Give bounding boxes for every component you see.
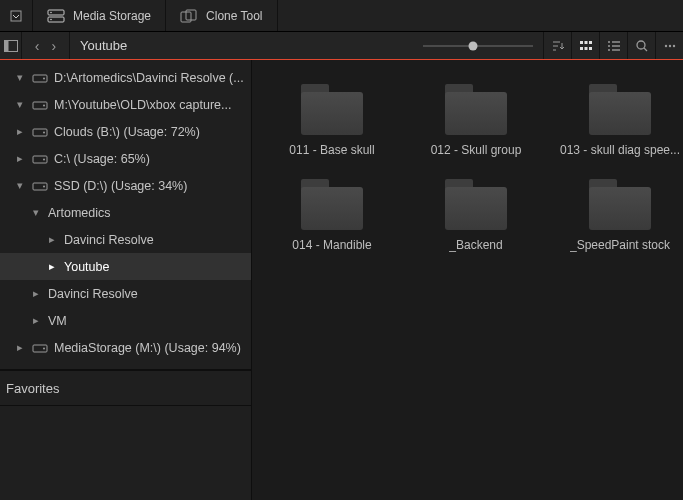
chevron-right-icon[interactable] [14,125,26,138]
folder-icon [585,82,655,137]
tree-row[interactable]: M:\Youtube\OLD\xbox capture... [0,91,251,118]
breadcrumb-label: Youtube [80,38,127,53]
tree-row[interactable]: Clouds (B:\) (Usage: 72%) [0,118,251,145]
chevron-right-icon[interactable] [30,287,42,300]
right-tools [413,32,683,59]
svg-point-23 [664,44,666,46]
svg-line-22 [644,48,647,51]
thumbnail-size-slider[interactable] [413,45,543,47]
svg-rect-18 [612,45,620,46]
view-thumbnails-button[interactable] [571,32,599,59]
pathbar: ‹ › Youtube [0,32,683,60]
svg-rect-10 [584,41,587,44]
tree-row-label: Davinci Resolve [64,233,154,247]
content-area: 011 - Base skull012 - Skull group013 - s… [252,60,683,500]
svg-rect-16 [612,41,620,42]
folder-item[interactable]: _Backend [406,177,546,252]
sidebar: D:\Artomedics\Davinci Resolve (...M:\You… [0,60,252,500]
tree-row-label: MediaStorage (M:\) (Usage: 94%) [54,341,241,355]
chevron-right-icon[interactable] [14,341,26,354]
tree-row-label: D:\Artomedics\Davinci Resolve (... [54,71,244,85]
folder-grid: 011 - Base skull012 - Skull group013 - s… [262,82,673,252]
chevron-down-icon[interactable] [30,206,42,219]
folder-item[interactable]: 012 - Skull group [406,82,546,157]
svg-rect-13 [584,47,587,50]
svg-rect-9 [580,41,583,44]
folder-icon [297,82,367,137]
svg-rect-0 [11,11,21,21]
media-storage-label: Media Storage [73,9,151,23]
main: D:\Artomedics\Davinci Resolve (...M:\You… [0,60,683,500]
folder-item[interactable]: 013 - skull diag spee... [550,82,683,157]
view-list-button[interactable] [599,32,627,59]
folder-label: 011 - Base skull [289,143,374,157]
clone-tool-icon [180,9,198,23]
svg-point-31 [43,131,45,133]
svg-point-37 [43,347,45,349]
folder-icon [297,177,367,232]
drive-icon [32,180,48,192]
folder-icon [585,177,655,232]
svg-point-4 [50,18,52,20]
svg-rect-11 [589,41,592,44]
drive-icon [32,153,48,165]
chevron-right-icon[interactable] [30,314,42,327]
tree-row[interactable]: Davinci Resolve [0,226,251,253]
svg-point-15 [608,41,610,43]
folder-item[interactable]: 014 - Mandible [262,177,402,252]
chevron-down-icon[interactable] [14,179,26,192]
location-tree: D:\Artomedics\Davinci Resolve (...M:\You… [0,60,251,369]
drive-icon [32,126,48,138]
search-button[interactable] [627,32,655,59]
folder-icon [441,82,511,137]
chevron-right-icon[interactable] [14,152,26,165]
tree-row[interactable]: Davinci Resolve [0,280,251,307]
drive-icon [32,342,48,354]
tree-row-label: Davinci Resolve [48,287,138,301]
svg-rect-8 [4,40,8,51]
tree-row-label: C:\ (Usage: 65%) [54,152,150,166]
tree-row[interactable]: MediaStorage (M:\) (Usage: 94%) [0,334,251,361]
favorites-header[interactable]: Favorites [0,370,251,406]
clone-tool-tab[interactable]: Clone Tool [166,0,277,31]
svg-point-3 [50,11,52,13]
menubar: Media Storage Clone Tool [0,0,683,32]
tree-row-label: SSD (D:\) (Usage: 34%) [54,179,187,193]
folder-item[interactable]: _SpeedPaint stock [550,177,683,252]
chevron-right-icon[interactable] [46,260,58,273]
media-storage-tab[interactable]: Media Storage [33,0,166,31]
svg-point-24 [668,44,670,46]
nav-forward-button[interactable]: › [52,38,57,54]
tree-row-label: Artomedics [48,206,111,220]
folder-item[interactable]: 011 - Base skull [262,82,402,157]
svg-point-33 [43,158,45,160]
folder-label: _SpeedPaint stock [570,238,670,252]
chevron-down-icon [10,10,22,22]
tree-row[interactable]: VM [0,307,251,334]
tree-row[interactable]: C:\ (Usage: 65%) [0,145,251,172]
nav-back-button[interactable]: ‹ [35,38,40,54]
folder-label: 012 - Skull group [431,143,522,157]
drive-icon [32,99,48,111]
svg-point-35 [43,185,45,187]
chevron-down-icon[interactable] [14,98,26,111]
tree-row-label: Clouds (B:\) (Usage: 72%) [54,125,200,139]
panel-toggle-button[interactable] [0,32,22,59]
svg-point-17 [608,45,610,47]
chevron-right-icon[interactable] [46,233,58,246]
chevron-down-icon[interactable] [14,71,26,84]
svg-point-19 [608,49,610,51]
app-menu-dropdown[interactable] [0,0,33,31]
tree-row[interactable]: SSD (D:\) (Usage: 34%) [0,172,251,199]
folder-label: 013 - skull diag spee... [560,143,680,157]
more-options-button[interactable] [655,32,683,59]
sort-button[interactable] [543,32,571,59]
tree-row[interactable]: Artomedics [0,199,251,226]
media-storage-icon [47,9,65,23]
tree-row[interactable]: Youtube [0,253,251,280]
tree-row[interactable]: D:\Artomedics\Davinci Resolve (... [0,64,251,91]
breadcrumb[interactable]: Youtube [70,32,413,59]
folder-icon [441,177,511,232]
tree-row-label: Youtube [64,260,109,274]
svg-rect-14 [589,47,592,50]
